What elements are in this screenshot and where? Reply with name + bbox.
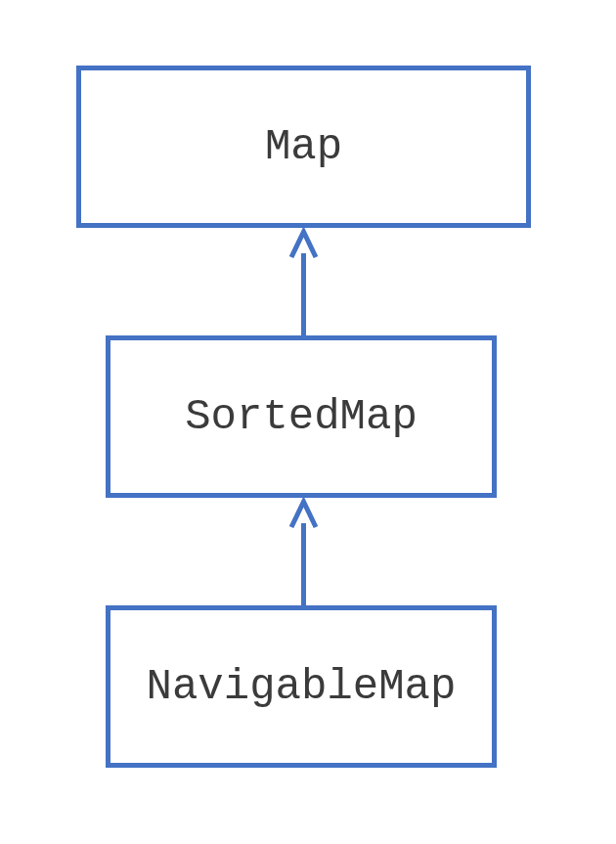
node-sortedmap-label: SortedMap: [185, 392, 418, 441]
hierarchy-diagram: Map SortedMap NavigableMap: [0, 0, 616, 844]
node-sortedmap: SortedMap: [106, 335, 497, 498]
node-map-label: Map: [265, 122, 342, 171]
node-map: Map: [76, 66, 531, 228]
node-navigablemap: NavigableMap: [106, 605, 497, 768]
arrow-sortedmap-to-map: [303, 228, 304, 335]
node-navigablemap-label: NavigableMap: [147, 662, 457, 711]
arrow-navigablemap-to-sortedmap: [303, 498, 304, 605]
